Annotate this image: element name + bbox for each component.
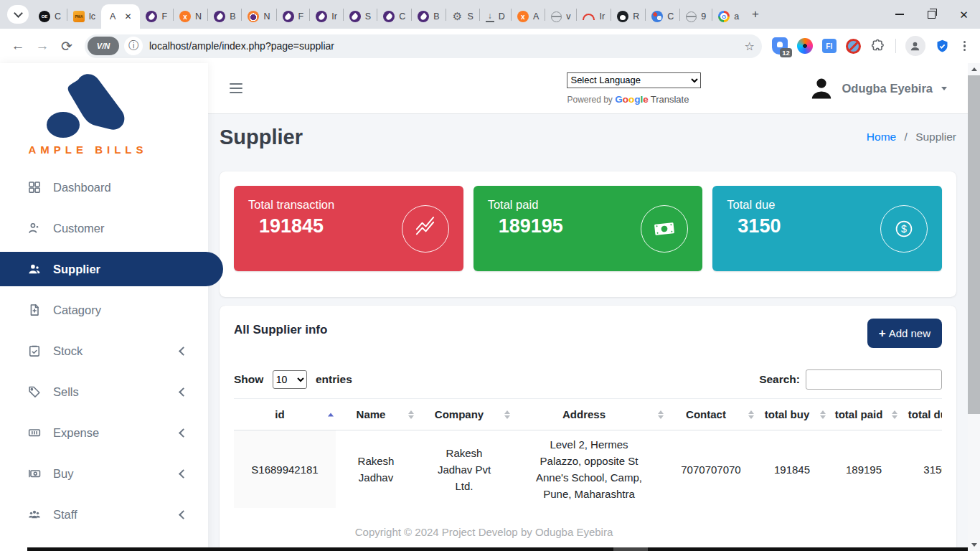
column-label: Address — [562, 408, 606, 420]
browser-tab[interactable]: ↓D — [480, 4, 511, 29]
tab-search-button[interactable] — [7, 5, 29, 24]
xampp-favicon: x — [179, 11, 191, 22]
browser-tab-active[interactable]: A✕ — [101, 4, 140, 29]
chevron-left-icon — [179, 510, 188, 519]
entries-select[interactable]: 10 — [273, 370, 307, 389]
reload-button[interactable]: ⟳ — [55, 34, 79, 58]
sidebar-item-label: Buy — [53, 467, 73, 481]
breadcrumb-home-link[interactable]: Home — [867, 131, 896, 143]
app-viewport: AMPLE BILLS Dashboard Customer Supplier … — [0, 63, 980, 551]
vertical-scrollbar[interactable] — [968, 63, 980, 551]
flame-favicon — [418, 11, 429, 22]
user-menu[interactable]: Odugba Eyebira — [809, 75, 947, 101]
browser-tab[interactable]: Ir — [577, 4, 611, 29]
browser-tab[interactable]: v — [545, 4, 576, 29]
toolbar-divider — [895, 39, 896, 53]
tab-divider — [241, 9, 242, 21]
sidebar-item-stock[interactable]: Stock — [0, 334, 208, 368]
search-input[interactable] — [806, 369, 942, 390]
window-minimize-button[interactable] — [883, 0, 915, 29]
sidebar-toggle-icon[interactable] — [230, 83, 242, 93]
tab-divider — [645, 9, 646, 21]
profile-avatar-icon[interactable] — [905, 36, 925, 56]
flame-favicon — [283, 11, 294, 22]
browser-tab[interactable]: OEC — [33, 4, 67, 29]
security-shield-check-icon[interactable] — [935, 39, 950, 54]
forward-button[interactable]: → — [30, 34, 55, 58]
app-topbar: Select Language Powered by GoogleTransla… — [208, 63, 968, 114]
scrollbar-thumb[interactable] — [968, 75, 980, 414]
sidebar-item-label: Sells — [53, 385, 79, 399]
bookmark-star-icon[interactable]: ☆ — [744, 39, 754, 53]
window-restore-button[interactable] — [915, 0, 948, 29]
browser-tab[interactable]: R — [611, 4, 645, 29]
sidebar-item-supplier[interactable]: Supplier — [0, 252, 223, 286]
column-header-total-paid[interactable]: total paid — [828, 399, 900, 430]
app-logo[interactable]: AMPLE BILLS — [0, 63, 208, 156]
browser-tab[interactable]: N — [242, 4, 275, 29]
browser-tab[interactable]: F — [277, 4, 310, 29]
browser-tab[interactable]: Ir — [310, 4, 343, 29]
money-bill-icon — [641, 205, 688, 253]
new-tab-button[interactable]: + — [745, 7, 766, 22]
dollar-circle-icon: $ — [880, 205, 928, 253]
browser-tab[interactable]: xA — [512, 4, 545, 29]
column-header-id[interactable]: id — [234, 399, 336, 430]
column-header-company[interactable]: Company — [416, 399, 512, 430]
adblock-shield-icon[interactable]: 12 — [772, 37, 788, 55]
column-label: Name — [357, 408, 386, 420]
tab-close-icon[interactable]: ✕ — [124, 12, 131, 21]
column-header-total-due[interactable]: total due — [900, 399, 942, 430]
breadcrumb: Home / Supplier — [867, 131, 956, 143]
browser-tab[interactable]: S — [344, 4, 377, 29]
site-info-icon[interactable]: ⓘ — [124, 37, 143, 55]
color-swirl-extension-icon[interactable] — [797, 38, 813, 54]
vpn-extension-badge[interactable]: V/N — [88, 37, 119, 55]
language-select[interactable]: Select Language — [567, 72, 701, 88]
horizontal-scrollbar-thumb[interactable] — [613, 547, 648, 551]
sidebar-item-expense[interactable]: Expense — [0, 415, 208, 450]
table-search-control: Search: — [759, 369, 942, 390]
sidebar-item-customer[interactable]: Customer — [0, 211, 208, 245]
ample-bills-logo-icon — [34, 70, 142, 142]
column-header-contact[interactable]: Contact — [666, 399, 756, 430]
browser-tab[interactable]: 9 — [680, 4, 712, 29]
column-header-name[interactable]: Name — [336, 399, 416, 430]
scroll-up-arrow[interactable] — [968, 63, 980, 75]
browser-tab[interactable]: a — [712, 4, 745, 29]
browser-tab[interactable]: F — [140, 4, 173, 29]
globe-favicon — [686, 11, 697, 22]
browser-tab[interactable]: xN — [174, 4, 207, 29]
sidebar-item-sells[interactable]: Sells — [0, 375, 208, 409]
address-bar[interactable]: V/N ⓘ localhost/ample/index.php?page=sup… — [85, 34, 762, 58]
earth-favicon — [651, 11, 663, 22]
browser-tab[interactable]: C — [646, 4, 679, 29]
fi-extension-icon[interactable]: FI — [822, 39, 837, 53]
browser-menu-kebab-icon[interactable] — [959, 41, 970, 52]
buy-icon — [27, 466, 43, 481]
page-title: Supplier — [220, 126, 303, 149]
tabs-container: OECPMAlcA✕FxNBNFIrSCB⚙S↓DxAvIrRC9a — [33, 0, 745, 29]
extensions-area: 12 FI — [772, 36, 970, 56]
browser-tab[interactable]: ⚙S — [446, 4, 479, 29]
sidebar-menu: Dashboard Customer Supplier Catagory Sto… — [0, 170, 208, 551]
horizontal-scrollbar[interactable] — [27, 547, 968, 551]
browser-tab[interactable]: C — [377, 4, 411, 29]
sidebar-item-catagory[interactable]: Catagory — [0, 293, 208, 327]
column-header-total-buy[interactable]: total buy — [756, 399, 828, 430]
sidebar-item-dashboard[interactable]: Dashboard — [0, 170, 208, 204]
column-header-address[interactable]: Address — [512, 399, 666, 430]
extensions-puzzle-icon[interactable] — [870, 38, 886, 54]
back-button[interactable]: ← — [6, 34, 30, 58]
browser-tab[interactable]: B — [412, 4, 445, 29]
window-close-button[interactable]: ✕ — [948, 0, 980, 29]
browser-tab[interactable]: B — [208, 4, 241, 29]
blocked-site-extension-icon[interactable] — [846, 39, 861, 54]
supplier-info-card: All Supplier info + Add new Show 10 entr… — [220, 306, 956, 551]
sort-both-icon — [408, 410, 414, 419]
copyright-footer: Copyright © 2024 Project Develop by Odug… — [0, 526, 968, 538]
scroll-down-arrow[interactable] — [968, 539, 980, 551]
add-new-button[interactable]: + Add new — [867, 319, 942, 348]
sidebar-item-buy[interactable]: Buy — [0, 456, 208, 491]
browser-tab[interactable]: PMAlc — [67, 4, 101, 29]
